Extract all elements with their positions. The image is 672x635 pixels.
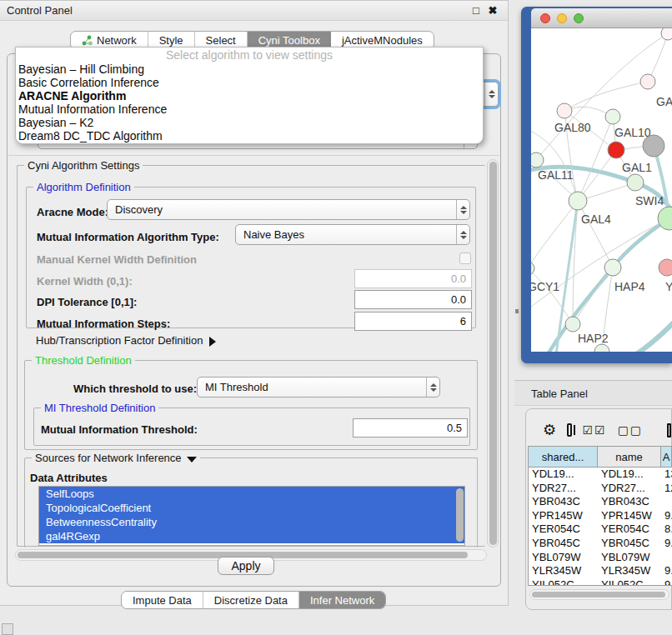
column-header-name[interactable]: name <box>598 447 661 467</box>
panel-grip-button[interactable] <box>2 623 13 635</box>
float-icon[interactable]: □ <box>469 4 483 18</box>
tab-infer-network[interactable]: Infer Network <box>299 592 385 608</box>
table-row[interactable]: YBR045CYBR045C9. <box>529 537 672 551</box>
tab-discretize-data[interactable]: Discretize Data <box>203 592 299 608</box>
data-attributes-label: Data Attributes <box>30 472 108 484</box>
manual-kernel-label: Manual Kernel Width Definition <box>37 253 197 266</box>
gear-icon[interactable]: ⚙ <box>543 421 556 439</box>
control-panel-window: Control Panel □ ✖ NetworkStyleSelectCyni… <box>0 0 509 606</box>
attribute-list-scrollbar[interactable] <box>456 488 464 542</box>
network-node[interactable] <box>643 135 664 157</box>
network-node-hap2[interactable] <box>565 317 580 332</box>
deselect-all-icon[interactable]: ▢▢ <box>618 423 643 437</box>
attribute-list-item[interactable]: BetweennessCentrality <box>39 515 464 529</box>
apply-button[interactable]: Apply <box>218 557 274 575</box>
network-canvas[interactable]: GALGAL80GAL10GAL11GAL1GAL4SWI4GCY1HAP4YH… <box>531 28 672 352</box>
zoom-traffic-icon[interactable] <box>574 13 584 23</box>
table-row[interactable]: YIL052CYIL052C9. <box>529 578 672 586</box>
table-panel-titlebar: Table Panel <box>514 380 672 406</box>
network-node-hap4[interactable] <box>604 259 621 276</box>
table-cell: YBR045C <box>598 537 661 551</box>
mi-threshold-group-title: MI Threshold Definition <box>41 402 158 414</box>
expand-arrow-icon[interactable] <box>209 337 216 347</box>
scrollbar-thumb[interactable] <box>489 162 497 545</box>
dropdown-item[interactable]: ARACNE Algorithm <box>16 89 483 102</box>
new-table-icon[interactable] <box>667 423 671 438</box>
network-node-gal1[interactable] <box>627 174 644 191</box>
network-node-gal[interactable] <box>640 74 655 89</box>
control-panel-titlebar: Control Panel □ ✖ <box>0 1 508 21</box>
network-edge[interactable] <box>578 201 613 268</box>
dropdown-item[interactable]: Bayesian – Hill Climbing <box>16 62 483 76</box>
kernel-width-input[interactable]: 0.0 <box>354 269 472 288</box>
table-row[interactable]: YDL19...YDL19...13 <box>529 468 672 482</box>
network-node-gal4[interactable] <box>569 192 587 210</box>
table-row[interactable]: YDR27...YDR27...12 <box>529 482 672 496</box>
attribute-list-item[interactable]: SelfLoops <box>39 487 464 501</box>
threshold-definition-group: Threshold Definition Which threshold to … <box>24 360 478 450</box>
aracne-mode-combo[interactable]: Discovery <box>107 199 470 220</box>
data-attributes-list[interactable]: SelfLoopsTopologicalCoefficientBetweenne… <box>38 486 465 546</box>
kernel-width-label: Kernel Width (0,1): <box>37 275 133 288</box>
network-node[interactable] <box>608 142 624 158</box>
mi-threshold-input[interactable]: 0.5 <box>353 418 468 438</box>
table-row[interactable]: YPR145WYPR145W9. <box>529 509 672 523</box>
dropdown-item[interactable]: Bayesian – K2 <box>16 116 483 129</box>
close-icon[interactable]: ✖ <box>486 4 499 18</box>
network-edge[interactable] <box>636 322 672 352</box>
bottom-tabbar: Impute DataDiscretize DataInfer Network <box>121 591 386 609</box>
network-edge[interactable] <box>573 268 613 324</box>
mi-type-combo[interactable]: Naive Bayes <box>235 224 470 245</box>
which-threshold-combo[interactable]: MI Threshold <box>197 377 440 398</box>
table-row[interactable]: YLR345WYLR345W9. <box>529 564 672 578</box>
column-header-partial[interactable]: A <box>661 447 672 467</box>
select-all-icon[interactable]: ☑☑ <box>583 423 607 437</box>
table-cell: YBR045C <box>529 537 598 551</box>
network-node-gal80[interactable] <box>557 103 572 118</box>
mi-threshold-label: Mutual Information Threshold: <box>41 423 198 436</box>
mi-steps-value: 6 <box>460 315 466 328</box>
table-row[interactable]: YBL079WYBL079W <box>529 551 672 565</box>
table-cell: YLR345W <box>529 564 598 578</box>
network-edge[interactable] <box>564 82 648 111</box>
mi-steps-label: Mutual Information Steps: <box>37 318 170 330</box>
network-node[interactable] <box>594 344 609 352</box>
collapse-arrow-icon[interactable] <box>187 457 197 462</box>
dropdown-prompt: Select algorithm to view settings <box>16 48 483 62</box>
dropdown-item[interactable]: Mutual Information Inference <box>16 102 483 116</box>
dropdown-items: Bayesian – Hill ClimbingBasic Correlatio… <box>16 62 483 142</box>
mi-steps-input[interactable]: 6 <box>354 312 472 331</box>
network-view-window: GALGAL80GAL10GAL11GAL1GAL4SWI4GCY1HAP4YH… <box>521 7 672 363</box>
table-horizontal-scrollbar[interactable] <box>529 589 669 600</box>
tab-impute-data[interactable]: Impute Data <box>122 592 203 608</box>
scrollbar-thumb[interactable] <box>532 592 665 598</box>
network-node-gal11[interactable] <box>531 152 544 168</box>
network-window-titlebar[interactable] <box>531 8 672 28</box>
column-header-shared-name[interactable]: shared... <box>529 447 598 467</box>
attribute-list-item[interactable]: TopologicalCoefficient <box>39 501 464 515</box>
sources-group-title: Sources for Network Inference <box>32 452 200 464</box>
table-cell: 9. <box>661 578 672 586</box>
table-row[interactable]: YER054CYER054C8. <box>529 522 672 537</box>
close-traffic-icon[interactable] <box>540 13 550 23</box>
table-row[interactable]: YBR043CYBR043C <box>529 495 672 509</box>
dropdown-item[interactable]: Basic Correlation Inference <box>16 76 483 89</box>
manual-kernel-checkbox[interactable] <box>459 252 471 264</box>
network-node-label: GAL4 <box>581 212 611 226</box>
network-node-gcy1[interactable] <box>531 262 534 275</box>
minimize-traffic-icon[interactable] <box>557 13 567 23</box>
mi-type-label: Mutual Information Algorithm Type: <box>37 231 219 243</box>
dropdown-item[interactable]: Dream8 DC_TDC Algorithm <box>16 129 483 142</box>
attribute-list-item[interactable]: gal4RGexp <box>39 529 464 543</box>
network-node[interactable] <box>661 28 672 40</box>
dpi-tolerance-input[interactable]: 0.0 <box>354 290 472 309</box>
dpi-tolerance-value: 0.0 <box>451 293 466 306</box>
node-table[interactable]: shared... name A YDL19...YDL19...13YDR27… <box>528 446 672 586</box>
settings-vertical-scrollbar[interactable] <box>487 159 499 548</box>
network-node-label: Y <box>665 280 672 293</box>
panel-divider-handle[interactable] <box>515 309 519 313</box>
columns-icon[interactable] <box>567 423 571 437</box>
network-node-y[interactable] <box>659 259 672 276</box>
network-node-gal10[interactable] <box>605 109 620 124</box>
hub-definition-section[interactable]: Hub/Transcription Factor Definition <box>36 334 216 347</box>
